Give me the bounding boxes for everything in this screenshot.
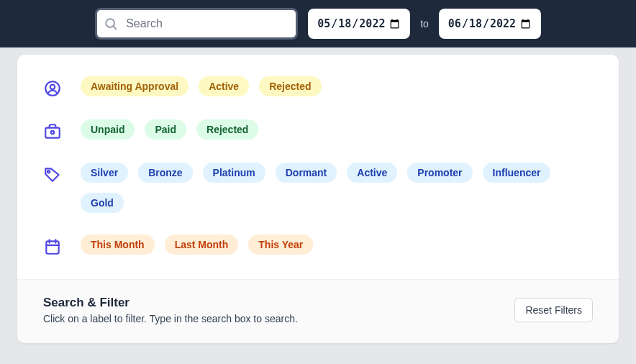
header-bar: to bbox=[0, 0, 636, 47]
reset-filters-button[interactable]: Reset Filters bbox=[514, 298, 593, 322]
chip-silver[interactable]: Silver bbox=[81, 163, 128, 183]
chip-paid[interactable]: Paid bbox=[145, 119, 186, 140]
date-from-input[interactable] bbox=[308, 9, 410, 39]
date-to-input[interactable] bbox=[439, 9, 541, 39]
to-label: to bbox=[420, 18, 429, 29]
filter-row-tags: Silver Bronze Platinum Dormant Active Pr… bbox=[43, 163, 593, 213]
date-chips: This Month Last Month This Year bbox=[81, 235, 313, 255]
footer-subtitle: Click on a label to filter. Type in the … bbox=[43, 313, 298, 324]
approval-chips: Awaiting Approval Active Rejected bbox=[81, 76, 322, 96]
filter-card: Awaiting Approval Active Rejected Unpaid… bbox=[17, 55, 619, 343]
user-circle-icon bbox=[43, 79, 62, 98]
filter-body: Awaiting Approval Active Rejected Unpaid… bbox=[17, 55, 619, 279]
chip-active[interactable]: Active bbox=[199, 76, 249, 96]
svg-point-5 bbox=[51, 131, 54, 134]
briefcase-icon bbox=[43, 122, 62, 141]
chip-this-month[interactable]: This Month bbox=[81, 235, 155, 255]
chip-unpaid[interactable]: Unpaid bbox=[81, 119, 135, 140]
search-input[interactable] bbox=[95, 8, 298, 40]
filter-row-approval: Awaiting Approval Active Rejected bbox=[43, 76, 593, 98]
search-wrapper bbox=[95, 8, 298, 40]
tag-chips: Silver Bronze Platinum Dormant Active Pr… bbox=[81, 163, 593, 213]
chip-gold[interactable]: Gold bbox=[81, 193, 124, 213]
filter-row-payment: Unpaid Paid Rejected bbox=[43, 119, 593, 141]
chip-dormant[interactable]: Dormant bbox=[276, 163, 337, 183]
footer-text: Search & Filter Click on a label to filt… bbox=[43, 296, 298, 324]
footer-title: Search & Filter bbox=[43, 296, 298, 310]
chip-platinum[interactable]: Platinum bbox=[203, 163, 265, 183]
tag-icon bbox=[43, 165, 62, 184]
chip-promoter[interactable]: Promoter bbox=[407, 163, 472, 183]
svg-rect-4 bbox=[45, 128, 60, 138]
svg-point-6 bbox=[47, 170, 50, 173]
svg-point-3 bbox=[50, 85, 55, 90]
chip-awaiting-approval[interactable]: Awaiting Approval bbox=[81, 76, 188, 96]
search-icon bbox=[104, 17, 118, 31]
calendar-icon bbox=[43, 237, 62, 256]
chip-last-month[interactable]: Last Month bbox=[165, 235, 239, 255]
payment-chips: Unpaid Paid Rejected bbox=[81, 119, 258, 140]
chip-this-year[interactable]: This Year bbox=[248, 235, 313, 255]
svg-rect-7 bbox=[46, 241, 58, 253]
card-footer: Search & Filter Click on a label to filt… bbox=[17, 279, 619, 343]
chip-influencer[interactable]: Influencer bbox=[483, 163, 551, 183]
filter-row-dates: This Month Last Month This Year bbox=[43, 235, 593, 256]
chip-tag-active[interactable]: Active bbox=[347, 163, 397, 183]
chip-bronze[interactable]: Bronze bbox=[138, 163, 192, 183]
chip-payment-rejected[interactable]: Rejected bbox=[196, 119, 258, 140]
svg-line-1 bbox=[114, 27, 117, 29]
chip-rejected[interactable]: Rejected bbox=[259, 76, 321, 96]
